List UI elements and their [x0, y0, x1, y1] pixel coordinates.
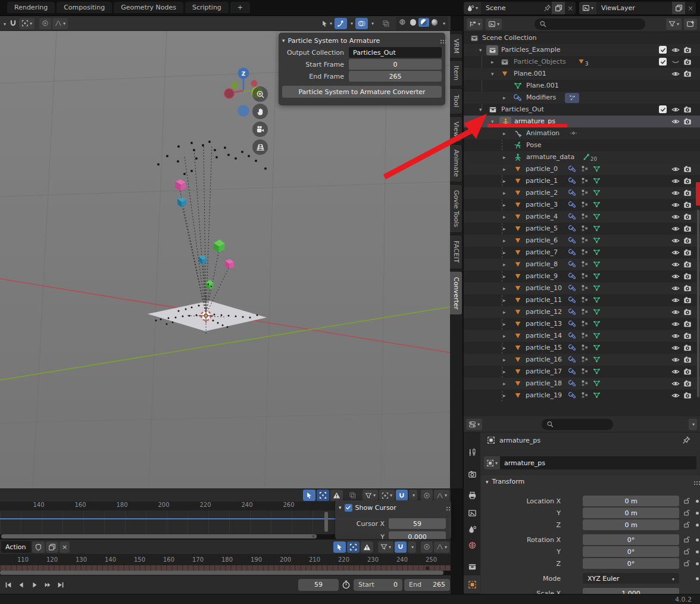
panel-drag-grip[interactable] — [694, 481, 695, 482]
row-particle[interactable]: particle_12 — [464, 306, 700, 318]
tab-object[interactable] — [464, 575, 480, 593]
stopwatch-icon[interactable] — [342, 580, 351, 589]
hide-eye-icon[interactable] — [671, 105, 680, 114]
region-divider[interactable] — [462, 16, 464, 594]
render-camera-icon[interactable] — [683, 117, 692, 126]
tab-item[interactable]: Item — [450, 60, 462, 86]
properties-options-dropdown[interactable] — [689, 419, 697, 430]
previous-frame-button[interactable] — [15, 579, 28, 590]
tab-animate[interactable]: Animate — [450, 144, 462, 182]
expand-arrow-icon[interactable] — [503, 250, 506, 256]
action-proportional-button[interactable] — [421, 541, 433, 553]
gizmo-dropdown[interactable] — [347, 18, 355, 29]
dope-snap-dropdown[interactable] — [409, 490, 417, 501]
row-armature-data[interactable]: armature_data 20 — [464, 151, 700, 163]
dopesheet-vscrollbar[interactable] — [324, 512, 328, 532]
lock-icon[interactable] — [683, 535, 690, 543]
hide-eye-icon[interactable] — [671, 344, 680, 352]
animate-dot[interactable] — [696, 562, 699, 565]
shading-solid-button[interactable] — [408, 18, 418, 27]
expand-arrow-icon[interactable] — [491, 119, 494, 124]
hide-eye-icon[interactable] — [671, 248, 680, 257]
row-particle[interactable]: particle_6 — [464, 235, 700, 247]
current-frame-field[interactable]: 59 — [298, 579, 339, 591]
xray-toggle[interactable] — [380, 18, 392, 29]
hide-eye-icon[interactable] — [671, 236, 680, 245]
transform-value-field[interactable]: 0 m — [583, 496, 679, 506]
expand-arrow-icon[interactable] — [503, 381, 506, 387]
action-select-box[interactable] — [347, 541, 360, 553]
render-camera-icon[interactable] — [683, 201, 692, 209]
dope-select-box[interactable] — [317, 490, 329, 501]
tab-world[interactable] — [464, 536, 480, 554]
hide-eye-icon[interactable] — [671, 165, 680, 173]
hide-eye-icon[interactable] — [671, 308, 680, 316]
camera-view-button[interactable] — [252, 122, 268, 137]
action-unlink-button[interactable]: × — [60, 541, 70, 553]
zoom-button[interactable] — [252, 86, 268, 102]
row-particle-objects[interactable]: Particle_Objects 3 — [464, 56, 700, 68]
action-keyframe-band[interactable] — [0, 565, 451, 571]
hide-eye-icon[interactable] — [671, 46, 680, 54]
show-overlays-toggle[interactable] — [355, 18, 368, 29]
particle-cube-green-1[interactable] — [213, 239, 225, 253]
shading-rendered-button[interactable] — [429, 18, 440, 27]
render-camera-icon[interactable] — [683, 165, 692, 173]
lock-icon[interactable] — [683, 509, 690, 516]
animate-dot[interactable] — [696, 538, 699, 541]
show-gizmo-toggle[interactable] — [335, 18, 347, 29]
tab-output[interactable] — [464, 486, 480, 504]
action-filter-dropdown[interactable] — [378, 541, 393, 553]
row-particle[interactable]: particle_11 — [464, 294, 700, 306]
collection-checkbox[interactable] — [659, 46, 667, 54]
row-particle[interactable]: particle_17 — [464, 366, 700, 378]
render-camera-icon[interactable] — [683, 260, 692, 269]
pin-icon[interactable] — [543, 4, 551, 12]
tab-rendering[interactable]: Rendering — [7, 2, 55, 13]
action-copy-button[interactable] — [46, 541, 58, 553]
animate-dot[interactable] — [696, 524, 699, 527]
row-particle[interactable]: particle_13 — [464, 318, 700, 330]
proportional-editing-button[interactable] — [39, 18, 51, 29]
expand-arrow-icon[interactable] — [503, 345, 506, 351]
expand-arrow-icon[interactable] — [503, 357, 506, 363]
falloff-dropdown[interactable] — [52, 18, 68, 29]
new-collection-button[interactable] — [684, 18, 697, 30]
expand-arrow-icon[interactable] — [479, 47, 482, 53]
row-particle[interactable]: particle_14 — [464, 330, 700, 342]
tab-converter[interactable]: Converter — [450, 271, 462, 315]
action-warning-button[interactable] — [361, 541, 373, 553]
row-particle[interactable]: particle_0 — [464, 163, 700, 175]
row-particle[interactable]: particle_2 — [464, 187, 700, 199]
outliner-display-mode[interactable] — [467, 18, 483, 30]
viewlayer-new-button[interactable] — [672, 2, 685, 14]
shading-material-button[interactable] — [418, 18, 429, 27]
hide-eye-icon[interactable] — [671, 189, 680, 197]
dope-warning-button[interactable] — [330, 490, 343, 501]
dope-pivot-dropdown[interactable] — [379, 490, 395, 501]
expand-arrow-icon[interactable] — [479, 107, 482, 113]
hide-eye-icon[interactable] — [671, 70, 680, 78]
transform-value-field[interactable]: 0 m — [583, 519, 679, 530]
viewlayer-name[interactable]: ViewLayer — [596, 4, 671, 12]
expand-arrow-icon[interactable] — [503, 202, 506, 208]
expand-arrow-icon[interactable] — [503, 285, 506, 291]
transform-value-field[interactable]: 0 m — [583, 508, 679, 518]
panel-collapse-chevron[interactable] — [339, 505, 342, 510]
perspective-toggle-button[interactable] — [252, 139, 268, 155]
row-particle[interactable]: particle_19 — [464, 390, 700, 401]
outliner-viewlayer-mode[interactable] — [486, 18, 502, 30]
show-cursor-checkbox[interactable] — [345, 504, 352, 512]
render-camera-icon[interactable] — [683, 332, 692, 340]
action-select-tweak[interactable] — [333, 541, 346, 553]
hide-eye-icon[interactable] — [671, 117, 680, 126]
tab-geometry-nodes[interactable]: Geometry Nodes — [114, 2, 183, 13]
shading-wireframe-button[interactable] — [397, 18, 408, 27]
render-camera-icon[interactable] — [683, 105, 692, 114]
gizmo-x-axis[interactable] — [224, 89, 235, 99]
start-frame-input[interactable]: 0 — [349, 59, 442, 70]
play-button[interactable] — [28, 579, 41, 590]
lock-icon[interactable] — [683, 559, 690, 567]
animate-dot[interactable] — [696, 512, 699, 515]
row-scene-collection[interactable]: Scene Collection — [464, 32, 700, 44]
